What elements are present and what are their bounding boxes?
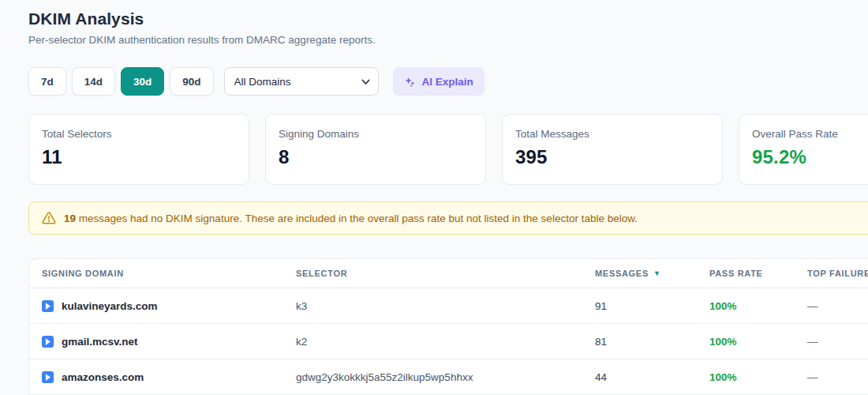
selector-cell: gdwg2y3kokkkj5a55z2ilkup5wp5hhxx bbox=[296, 371, 595, 383]
page-subtitle: Per-selector DKIM authentication results… bbox=[28, 34, 868, 46]
domain-name: gmail.mcsv.net bbox=[62, 336, 138, 348]
domain-name: kulavineyards.com bbox=[62, 300, 158, 312]
column-header-top-failure[interactable]: TOP FAILURE bbox=[807, 269, 868, 278]
domain-cell[interactable]: amazonses.com bbox=[42, 371, 296, 383]
stat-card-total-messages: Total Messages 395 bbox=[502, 114, 723, 185]
table-row: gmail.mcsv.net k2 81 100% — bbox=[29, 324, 868, 359]
page-title: DKIM Analysis bbox=[28, 9, 868, 28]
time-range-group: 7d 14d 30d 90d bbox=[28, 67, 214, 96]
table-row: amazonses.com gdwg2y3kokkkj5a55z2ilkup5w… bbox=[29, 359, 868, 395]
sparkles-icon bbox=[404, 76, 416, 88]
range-button-7d[interactable]: 7d bbox=[28, 67, 66, 96]
expand-row-icon[interactable] bbox=[42, 336, 54, 348]
domain-name: amazonses.com bbox=[62, 371, 144, 383]
selector-cell: k3 bbox=[296, 300, 595, 312]
range-button-90d[interactable]: 90d bbox=[170, 67, 213, 96]
range-button-30d[interactable]: 30d bbox=[121, 67, 164, 96]
domain-select-wrap: All Domains bbox=[224, 67, 379, 96]
column-header-pass-rate[interactable]: PASS RATE bbox=[709, 269, 807, 278]
stat-label: Signing Domains bbox=[279, 128, 473, 140]
stat-label: Overall Pass Rate bbox=[752, 128, 868, 140]
range-button-14d[interactable]: 14d bbox=[72, 67, 115, 96]
table-row: kulavineyards.com k3 91 100% — bbox=[29, 288, 868, 324]
column-header-messages[interactable]: MESSAGES▼ bbox=[595, 269, 709, 278]
column-header-signing-domain[interactable]: SIGNING DOMAIN bbox=[42, 269, 296, 278]
warning-text: 19 messages had no DKIM signature. These… bbox=[64, 213, 638, 224]
sort-descending-icon: ▼ bbox=[653, 270, 661, 277]
ai-explain-button[interactable]: AI Explain bbox=[393, 67, 485, 96]
messages-cell: 91 bbox=[595, 300, 709, 312]
warning-count: 19 bbox=[64, 213, 76, 224]
pass-rate-cell: 100% bbox=[709, 336, 807, 348]
messages-cell: 81 bbox=[595, 336, 709, 348]
domain-cell[interactable]: gmail.mcsv.net bbox=[42, 336, 296, 348]
stat-value: 95.2% bbox=[752, 146, 868, 168]
stat-label: Total Messages bbox=[515, 128, 709, 140]
column-header-selector[interactable]: SELECTOR bbox=[296, 269, 595, 278]
expand-row-icon[interactable] bbox=[42, 300, 54, 312]
top-failure-cell: — bbox=[807, 300, 868, 312]
dkim-analysis-page: DKIM Analysis Per-selector DKIM authenti… bbox=[0, 0, 868, 395]
table-header-row: SIGNING DOMAIN SELECTOR MESSAGES▼ PASS R… bbox=[29, 259, 868, 288]
warning-triangle-icon bbox=[42, 211, 56, 225]
selector-cell: k2 bbox=[296, 336, 595, 348]
messages-cell: 44 bbox=[595, 371, 709, 383]
stat-label: Total Selectors bbox=[42, 128, 236, 140]
stats-row: Total Selectors 11 Signing Domains 8 Tot… bbox=[28, 114, 868, 185]
expand-row-icon[interactable] bbox=[42, 371, 54, 383]
stat-card-signing-domains: Signing Domains 8 bbox=[265, 114, 486, 185]
stat-card-overall-pass-rate: Overall Pass Rate 95.2% bbox=[739, 114, 868, 185]
domain-select[interactable]: All Domains bbox=[224, 67, 379, 96]
pass-rate-cell: 100% bbox=[709, 300, 807, 312]
top-failure-cell: — bbox=[807, 336, 868, 348]
domain-cell[interactable]: kulavineyards.com bbox=[42, 300, 296, 312]
stat-value: 395 bbox=[515, 146, 709, 168]
stat-card-total-selectors: Total Selectors 11 bbox=[28, 114, 249, 185]
top-failure-cell: — bbox=[807, 371, 868, 383]
stat-value: 11 bbox=[42, 146, 236, 168]
selector-table: SIGNING DOMAIN SELECTOR MESSAGES▼ PASS R… bbox=[28, 258, 868, 395]
warning-message: messages had no DKIM signature. These ar… bbox=[76, 213, 638, 224]
pass-rate-cell: 100% bbox=[709, 371, 807, 383]
table-body: kulavineyards.com k3 91 100% — gmail.mcs… bbox=[29, 288, 868, 395]
stat-value: 8 bbox=[279, 146, 473, 168]
no-signature-warning-banner: 19 messages had no DKIM signature. These… bbox=[28, 201, 868, 235]
filter-bar: 7d 14d 30d 90d All Domains AI Explain bbox=[28, 67, 868, 96]
ai-explain-label: AI Explain bbox=[422, 76, 473, 88]
